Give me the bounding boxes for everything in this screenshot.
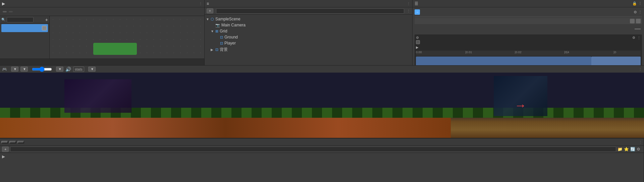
tree-expand-bg: ▶ [211, 48, 214, 52]
timeline-settings-icon2[interactable]: ⚙ [632, 36, 635, 39]
inspector-menu-icon[interactable]: ⋮ [638, 1, 642, 6]
inspector-icon: ☰ [415, 1, 418, 6]
palette-tab[interactable] [17, 141, 24, 144]
animator-menu-icon[interactable]: ⋮ [199, 2, 202, 5]
dash-separator: — [415, 25, 642, 32]
filter-icon[interactable]: ⚙ [637, 147, 640, 152]
ruler-mark-2: |0.02 [515, 51, 522, 54]
project-tab[interactable] [9, 141, 16, 144]
tree-item-maincamera[interactable]: 📷 Main Camera [206, 22, 411, 28]
aspect-chevron-icon: ▼ [23, 67, 26, 71]
ruler-mark-1: |0.01 [465, 51, 472, 54]
bottom-panels: ⋮ + 📁 ⭐ 🔄 ⚙ ▶ [0, 138, 644, 182]
animator-header: ▶ ⋮ [0, 0, 204, 7]
add-asset-button[interactable]: + [2, 147, 9, 152]
play-unfocused-chevron-icon: ▼ [58, 67, 62, 71]
run-track [591, 57, 641, 65]
hierarchy-panel: ≡ ⋮ + ⋮ ▼ ⬡ SampleScene 📷 Main Camera [205, 0, 413, 65]
param-item-isrunning[interactable] [1, 24, 48, 32]
layers-tab[interactable] [3, 11, 7, 12]
params-header: 🔍 + [0, 16, 49, 23]
hierarchy-icon: ≡ [207, 1, 209, 6]
transitions-section: — [415, 16, 642, 32]
folder-icon: 📁 [618, 147, 623, 152]
transitions-section-header [415, 16, 642, 17]
hierarchy-search [216, 8, 404, 14]
ruler-mark-4: |0 [614, 51, 616, 54]
project-search-input[interactable] [10, 147, 616, 152]
tree-item-player[interactable]: ⊡ Player [206, 40, 411, 46]
inspector-more-icon[interactable]: ⋮ [638, 10, 642, 14]
bottom-tab-bar: ⋮ [0, 139, 644, 146]
animator-canvas[interactable] [50, 16, 204, 59]
game-icon: 🎮 [2, 67, 7, 72]
display-chevron-icon: ▼ [13, 67, 17, 71]
inspector-header: ☰ 🔒 ⋮ [413, 0, 644, 7]
favorites-row: ▶ [0, 153, 644, 160]
project-search-container [10, 147, 616, 152]
tree-item-grid[interactable]: ▼ ⊞ Grid [206, 28, 411, 34]
param-search-input[interactable] [7, 17, 34, 22]
add-param-button[interactable]: + [45, 17, 48, 22]
layer-bar [0, 7, 204, 16]
stats-icon[interactable]: stats [73, 67, 84, 72]
bg-element-1 [64, 79, 131, 113]
transition-row[interactable] [415, 18, 642, 24]
animator-content: 🔍 + [0, 16, 204, 59]
zoom-slider[interactable] [32, 67, 52, 71]
game-toolbar-more-icon[interactable]: ⋮ [639, 67, 642, 71]
audio-icon[interactable]: 🔊 [65, 67, 71, 72]
ruler-mark-0: 0.00 [416, 51, 422, 54]
aspect-dropdown[interactable]: ▼ [20, 67, 28, 72]
tree-label-maincamera: Main Camera [221, 23, 246, 27]
hierarchy-menu-icon[interactable]: ⋮ [407, 2, 410, 5]
animator-panel: ▶ ⋮ 🔍 + [0, 0, 205, 65]
console-tab[interactable] [1, 141, 8, 144]
game-view[interactable]: → [0, 73, 644, 138]
timeline-ruler: 0.00 |0.01 |0.02 |0|4 |0 [416, 51, 641, 56]
scene-icon: ⬡ [211, 17, 214, 21]
bottom-panel-toolbar: + 📁 ⭐ 🔄 ⚙ [0, 146, 644, 153]
hierarchy-search-input[interactable] [216, 8, 404, 14]
game-toolbar: 🎮 ▼ ▼ ▼ 🔊 stats ▼ ⋮ [0, 65, 644, 73]
hierarchy-add-button[interactable]: + [207, 8, 213, 13]
tree-item-ground[interactable]: ⊡ Ground [206, 34, 411, 40]
idle-track [416, 57, 591, 65]
inspector-settings-icon[interactable]: ⚙ [634, 10, 637, 14]
star-icon[interactable]: ⭐ [624, 147, 629, 152]
tree-label-grid: Grid [220, 29, 227, 33]
inspector-panel: ☰ 🔒 ⋮ → ⚙ ⋮ [413, 0, 644, 65]
hierarchy-options-icon[interactable]: ⋮ [407, 9, 410, 13]
tree-item-bg[interactable]: ▶ ⊡ 背景 [206, 46, 411, 53]
exit-time-checkbox[interactable] [416, 40, 420, 44]
timeline-container: ⚙ ⚙ ⋮ ▶ 0.00 [415, 34, 642, 65]
display-dropdown[interactable]: ▼ [11, 67, 18, 72]
exit-time-row [416, 40, 641, 44]
red-arrow-indicator: → [515, 98, 527, 112]
tree-label-bg: 背景 [220, 47, 228, 53]
transition-mute-checkbox[interactable] [636, 19, 641, 23]
tree-label-ground: Ground [224, 35, 238, 39]
tree-item-samplescene[interactable]: ▼ ⬡ SampleScene [206, 16, 411, 22]
animator-footer [0, 59, 204, 65]
inspector-lock-icon[interactable]: 🔒 [632, 1, 637, 6]
bottom-panel-more-icon[interactable]: ⋮ [639, 140, 642, 144]
param-checkbox[interactable] [42, 26, 47, 30]
timeline-more-icon[interactable]: ⋮ [637, 36, 641, 39]
hierarchy-content: ▼ ⬡ SampleScene 📷 Main Camera ▼ ⊞ Grid ⊡… [205, 15, 412, 65]
play-unfocused-dropdown[interactable]: ▼ [56, 67, 63, 72]
search-icon: 🔍 [1, 18, 5, 21]
params-section: 🔍 + [0, 16, 50, 59]
settings-row: ▶ [416, 46, 641, 49]
gizmos-dropdown[interactable]: ▼ [88, 67, 96, 72]
terrain-layer [0, 118, 451, 138]
timeline-track [416, 57, 641, 65]
params-tab[interactable] [9, 11, 13, 12]
player-icon: ⊡ [220, 41, 223, 46]
tree-label-samplescene: SampleScene [215, 17, 240, 21]
transition-solo-checkbox[interactable] [630, 19, 635, 23]
tree-expand-grid: ▼ [211, 29, 214, 33]
refresh-icon[interactable]: 🔄 [630, 147, 635, 152]
any-state-node[interactable] [93, 43, 137, 55]
tree-expand-arrow: ▼ [206, 17, 209, 21]
